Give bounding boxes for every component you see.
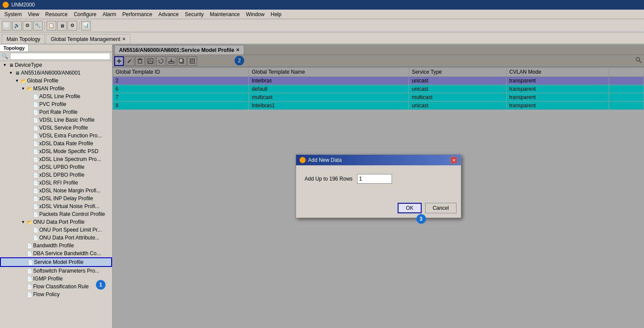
toolbar-btn-6[interactable]: 🖥 — [57, 21, 67, 31]
menu-system[interactable]: System — [2, 10, 24, 18]
tab-global-template-label: Global Template Management — [51, 36, 120, 42]
tree-vdsl-basic[interactable]: 📄 VDSL Line Basic Profile — [0, 116, 112, 124]
modal-overlay: Add New Data ✕ Add Up to 196 Rows OK Can… — [112, 44, 644, 328]
tree-onu-data-port[interactable]: ▼ 📂 ONU Data Port Profile — [0, 218, 112, 226]
modal-title: Add New Data — [308, 157, 342, 163]
toolbar-sep-1 — [44, 21, 45, 30]
badge-1: 1 — [96, 280, 106, 290]
tree-device-type[interactable]: ▼ 🖥 DeviceType — [0, 61, 112, 69]
modal-close-button[interactable]: ✕ — [450, 157, 457, 164]
tree-softswitch[interactable]: 📄 Softswitch Parameters Pro... — [0, 267, 112, 275]
modal-title-bar: Add New Data ✕ — [296, 155, 461, 165]
tab-global-template[interactable]: Global Template Management ✕ — [46, 34, 130, 44]
left-tab-topology[interactable]: Topology — [0, 44, 29, 51]
toolbar-btn-1[interactable]: ⬜ — [2, 21, 11, 31]
tree-service-model-profile[interactable]: 📄 Service Model Profile — [0, 257, 112, 267]
main-tab-bar: Main Topology Global Template Management… — [0, 32, 644, 44]
tree-xdsl-noise[interactable]: 📄 xDSL Noise Margin Profi... — [0, 187, 112, 195]
app-title: UNM2000 — [11, 2, 35, 8]
toolbar-sep-2 — [79, 21, 79, 30]
menu-view[interactable]: View — [25, 10, 42, 18]
tree-packets-rate[interactable]: 📄 Packets Rate Control Profile — [0, 210, 112, 218]
tree-xdsl-mode[interactable]: 📄 xDSL Mode Specific PSD — [0, 147, 112, 155]
menu-maintenance[interactable]: Maintenance — [207, 10, 242, 18]
tab-main-topology-label: Main Topology — [7, 36, 40, 42]
modal-cancel-button[interactable]: Cancel — [425, 203, 456, 213]
tab-main-topology[interactable]: Main Topology — [2, 34, 45, 44]
app-logo — [3, 2, 9, 8]
toolbar-btn-4[interactable]: 🔧 — [33, 21, 43, 31]
menu-alarm[interactable]: Alarm — [100, 10, 119, 18]
toolbar-btn-5[interactable]: 📋 — [47, 21, 56, 31]
tree-dba-service[interactable]: 📄 DBA Service Bandwidth Co... — [0, 249, 112, 257]
tab-global-template-close[interactable]: ✕ — [122, 37, 126, 41]
tree-onu-port-speed[interactable]: 📄 ONU Port Speed Limit Pr... — [0, 226, 112, 234]
search-bar: 🔍 — [0, 52, 112, 61]
menu-security[interactable]: Security — [182, 10, 206, 18]
tree-flow-classification[interactable]: 📄 Flow Classification Rule — [0, 283, 112, 290]
menu-resource[interactable]: Resource — [43, 10, 70, 18]
tree-xdsl-dpbo[interactable]: 📄 xDSL DPBO Profile — [0, 171, 112, 179]
tree-xdsl-data-rate[interactable]: 📄 xDSL Data Rate Profile — [0, 140, 112, 147]
tree-xdsl-inp[interactable]: 📄 xDSL INP Delay Profile — [0, 195, 112, 202]
menu-window[interactable]: Window — [243, 10, 267, 18]
menu-configure[interactable]: Configure — [71, 10, 99, 18]
tree-flow-policy[interactable]: 📄 Flow Policy — [0, 290, 112, 298]
tree-port-rate-profile[interactable]: 📄 Port Rate Profile — [0, 108, 112, 116]
right-panel: AN5516/AN6000/AN6001:Service Model Profi… — [112, 44, 644, 328]
modal-label: Add Up to 196 Rows — [305, 176, 353, 182]
modal-ok-button[interactable]: OK — [398, 203, 422, 213]
menu-bar: System View Resource Configure Alarm Per… — [0, 10, 644, 19]
tree-msan-profile[interactable]: ▼ 📂 MSAN Profile — [0, 85, 112, 92]
tree-xdsl-line-spectrum[interactable]: 📄 xDSL Line Spectrum Pro... — [0, 155, 112, 163]
left-panel: Topology 🔍 ▼ 🖥 DeviceType ▼ 🖥 AN5516/AN6… — [0, 44, 112, 328]
tree-vdsl-service[interactable]: 📄 VDSL Service Profile — [0, 124, 112, 132]
tree-area: ▼ 🖥 DeviceType ▼ 🖥 AN5516/AN6000/AN6001 … — [0, 61, 112, 328]
search-input[interactable] — [10, 53, 110, 60]
menu-help[interactable]: Help — [268, 10, 284, 18]
toolbar-btn-8[interactable]: 📊 — [81, 21, 91, 31]
search-icon: 🔍 — [2, 53, 8, 59]
modal-icon — [300, 157, 306, 163]
main-layout: Topology 🔍 ▼ 🖥 DeviceType ▼ 🖥 AN5516/AN6… — [0, 44, 644, 328]
menu-performance[interactable]: Performance — [120, 10, 155, 18]
modal-input-row: Add Up to 196 Rows — [305, 174, 452, 184]
tree-xdsl-rfi[interactable]: 📄 xDSL RFI Profile — [0, 179, 112, 187]
tree-xdsl-upbo[interactable]: 📄 xDSL UPBO Profile — [0, 163, 112, 171]
modal-rows-input[interactable] — [357, 174, 392, 184]
tree-vdsl-extra[interactable]: 📄 VDSL Extra Function Pro... — [0, 132, 112, 140]
menu-advance[interactable]: Advance — [156, 10, 181, 18]
modal-add-new-data: Add New Data ✕ Add Up to 196 Rows OK Can… — [296, 154, 461, 218]
toolbar-btn-2[interactable]: 🔊 — [12, 21, 22, 31]
toolbar-btn-3[interactable]: ⚙ — [23, 21, 32, 31]
tree-pvc-profile[interactable]: 📄 PVC Profile — [0, 100, 112, 108]
toolbar-btn-7[interactable]: ⚙ — [68, 21, 77, 31]
main-toolbar: ⬜ 🔊 ⚙ 🔧 📋 🖥 ⚙ 📊 — [0, 19, 644, 32]
left-panel-tabs: Topology — [0, 44, 112, 52]
modal-body: Add Up to 196 Rows — [296, 165, 461, 201]
tree-an5516[interactable]: ▼ 🖥 AN5516/AN6000/AN6001 — [0, 69, 112, 77]
tree-xdsl-virtual-noise[interactable]: 📄 xDSL Virtual Noise Profi... — [0, 202, 112, 210]
tree-igmp-profile[interactable]: 📄 IGMP Profile — [0, 275, 112, 283]
tree-bandwidth-profile[interactable]: 📄 Bandwidth Profile — [0, 242, 112, 249]
tree-onu-data-port-attr[interactable]: 📄 ONU Data Port Attribute... — [0, 234, 112, 242]
tree-global-profile[interactable]: ▼ 📂 Global Profile — [0, 77, 112, 85]
tree-adsl-line-profile[interactable]: 📄 ADSL Line Profile — [0, 92, 112, 100]
title-bar: UNM2000 — [0, 0, 644, 10]
modal-footer: OK Cancel — [296, 201, 461, 218]
badge-3: 3 — [416, 214, 426, 224]
